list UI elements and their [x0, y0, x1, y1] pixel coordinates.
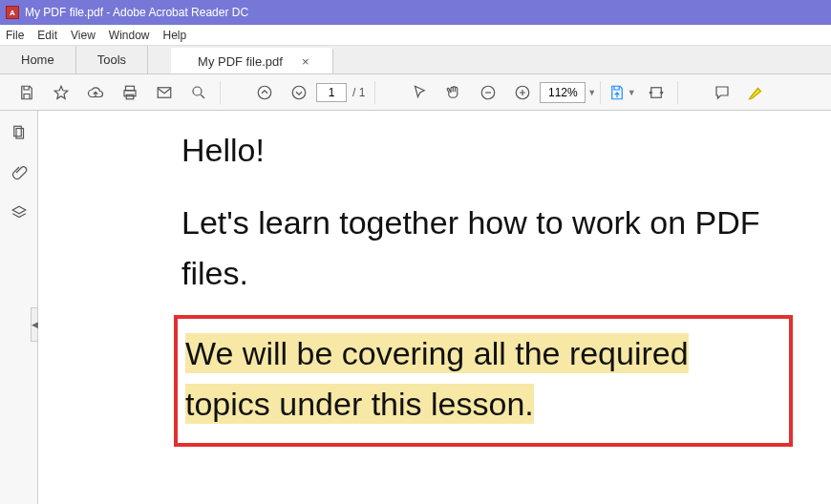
tab-tools[interactable]: Tools: [76, 46, 148, 74]
cloud-button[interactable]: [78, 77, 113, 108]
print-button[interactable]: [113, 77, 147, 108]
separator: [374, 81, 375, 104]
menu-bar: File Edit View Window Help: [0, 25, 831, 46]
hand-tool-button[interactable]: [437, 77, 471, 108]
app-icon: A: [6, 6, 19, 19]
menu-edit[interactable]: Edit: [37, 29, 57, 42]
comment-button[interactable]: [705, 77, 739, 108]
svg-point-6: [292, 86, 306, 99]
annotation-callout: We will be covering all the required top…: [174, 315, 793, 446]
hand-icon: [445, 84, 462, 101]
star-button[interactable]: [44, 77, 78, 108]
layers-icon: [11, 204, 28, 221]
save-as-button[interactable]: ▼: [605, 77, 639, 108]
plus-circle-icon: [514, 84, 531, 101]
zoom-out-button[interactable]: [471, 77, 505, 108]
comment-icon: [714, 84, 731, 101]
thumbnails-button[interactable]: [11, 124, 28, 145]
save-as-icon: [608, 84, 626, 101]
toolbar: / 1 ▼ ▼: [0, 74, 831, 111]
thumbnails-icon: [11, 124, 28, 141]
save-icon: [18, 84, 35, 101]
tab-home[interactable]: Home: [0, 46, 76, 74]
text-line-1: Hello!: [181, 132, 793, 169]
find-button[interactable]: [181, 77, 216, 108]
zoom-dropdown-icon[interactable]: ▼: [587, 88, 596, 97]
title-bar: A My PDF file.pdf - Adobe Acrobat Reader…: [0, 0, 831, 25]
attachments-button[interactable]: [11, 164, 28, 185]
page-total-label: / 1: [352, 86, 365, 99]
tab-document-label: My PDF file.pdf: [198, 54, 283, 69]
window-title: My PDF file.pdf - Adobe Acrobat Reader D…: [25, 6, 248, 19]
text-line-2: Let's learn together how to work on PDF …: [181, 198, 793, 298]
selection-tool-button[interactable]: [402, 77, 437, 108]
star-icon: [53, 84, 70, 101]
print-icon: [121, 84, 138, 101]
separator: [220, 81, 221, 104]
collapse-panel-button[interactable]: ◀: [31, 307, 38, 342]
menu-help[interactable]: Help: [163, 29, 187, 42]
separator: [677, 81, 678, 104]
save-button[interactable]: [10, 77, 44, 108]
page-width-button[interactable]: [639, 77, 673, 108]
arrow-up-icon: [256, 84, 273, 101]
document-viewport[interactable]: Hello! Let's learn together how to work …: [38, 111, 831, 504]
cursor-icon: [411, 84, 428, 101]
svg-rect-10: [13, 126, 21, 136]
menu-window[interactable]: Window: [109, 29, 150, 42]
page-number-input[interactable]: [316, 83, 347, 102]
zoom-input[interactable]: [540, 82, 586, 103]
tab-bar: Home Tools My PDF file.pdf ×: [0, 46, 831, 74]
svg-rect-9: [651, 87, 662, 97]
highlighted-text-1: We will be covering all the required: [185, 328, 781, 379]
prev-page-button[interactable]: [247, 77, 282, 108]
work-area: ◀ Hello! Let's learn together how to wor…: [0, 111, 831, 504]
svg-point-4: [193, 87, 202, 95]
minus-circle-icon: [479, 84, 497, 101]
chevron-down-icon: ▼: [628, 88, 636, 97]
svg-point-5: [258, 86, 271, 99]
arrow-down-icon: [290, 84, 308, 101]
next-page-button[interactable]: [282, 77, 316, 108]
svg-rect-11: [16, 129, 24, 139]
email-icon: [156, 84, 173, 101]
email-button[interactable]: [147, 77, 181, 108]
search-icon: [190, 84, 207, 101]
separator: [600, 81, 601, 104]
navigation-panel: ◀: [0, 111, 38, 504]
svg-rect-0: [126, 86, 135, 91]
fit-width-icon: [648, 84, 665, 101]
tab-close-button[interactable]: ×: [302, 54, 309, 69]
highlight-button[interactable]: [739, 77, 774, 108]
cloud-upload-icon: [87, 84, 104, 101]
menu-view[interactable]: View: [71, 29, 96, 42]
highlight-icon: [748, 84, 765, 101]
layers-button[interactable]: [11, 204, 28, 225]
paperclip-icon: [11, 164, 28, 181]
menu-file[interactable]: File: [6, 29, 24, 42]
tab-document[interactable]: My PDF file.pdf ×: [171, 48, 332, 74]
zoom-in-button[interactable]: [505, 77, 540, 108]
svg-rect-2: [126, 94, 134, 99]
page-content: Hello! Let's learn together how to work …: [38, 111, 831, 504]
highlighted-text-2: topics under this lesson.: [185, 379, 781, 430]
